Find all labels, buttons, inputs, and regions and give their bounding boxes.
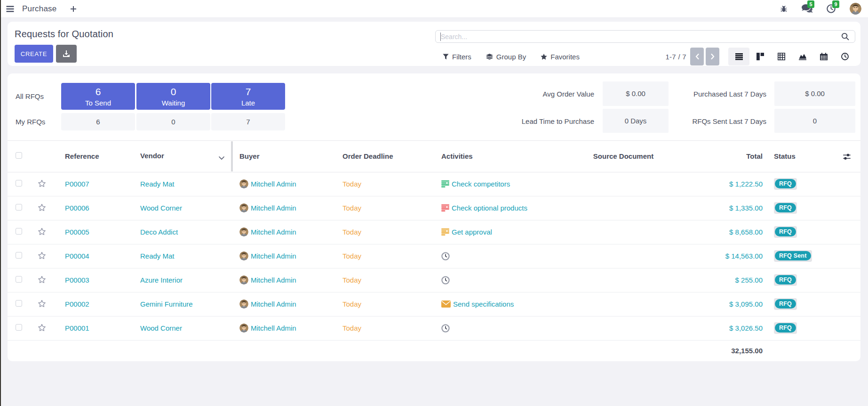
column-header-reference[interactable]: Reference xyxy=(63,141,138,172)
view-switch-pivot[interactable] xyxy=(771,48,792,65)
activity-list-icon[interactable] xyxy=(441,180,449,188)
cell-source-document xyxy=(536,268,710,292)
column-header-buyer[interactable]: Buyer xyxy=(238,141,341,172)
cell-order-deadline: Today xyxy=(341,292,439,316)
table-row[interactable]: P00001 Wood Corner Mitchell Admin Today … xyxy=(8,316,860,340)
table-footer-row: 32,155.00 xyxy=(8,340,860,361)
cell-order-deadline: Today xyxy=(341,172,439,196)
purchased-last-7-days: $ 0.00 xyxy=(774,81,855,106)
activities-clock-icon[interactable]: 9 xyxy=(827,4,836,13)
activity-list-icon[interactable] xyxy=(441,204,449,212)
new-tab-plus-icon[interactable] xyxy=(69,5,78,13)
table-row[interactable]: P00004 Ready Mat Mitchell Admin Today $ … xyxy=(8,244,860,268)
group-by-menu[interactable]: Group By xyxy=(486,53,526,61)
cell-total: $ 14,563.00 xyxy=(710,244,764,268)
row-checkbox[interactable] xyxy=(16,180,22,187)
table-row[interactable]: P00003 Azure Interior Mitchell Admin Tod… xyxy=(8,268,860,292)
activity-clock-icon[interactable] xyxy=(441,324,450,333)
apps-menu-icon[interactable] xyxy=(5,4,15,14)
favorite-star-icon[interactable] xyxy=(38,203,46,211)
pager-previous-button[interactable] xyxy=(690,48,704,65)
buyer-avatar xyxy=(239,252,248,260)
view-switch-list[interactable] xyxy=(728,48,749,65)
cell-activity: Send specifications xyxy=(453,300,514,308)
favorite-star-icon[interactable] xyxy=(38,179,46,187)
favorite-star-icon[interactable] xyxy=(38,300,46,308)
cell-vendor: Deco Addict xyxy=(138,220,238,244)
row-checkbox[interactable] xyxy=(16,204,22,211)
cell-total: $ 1,335.00 xyxy=(710,196,764,220)
search-caret xyxy=(440,32,441,41)
column-header-total[interactable]: Total xyxy=(710,141,764,172)
view-switch-graph[interactable] xyxy=(792,48,813,65)
table-row[interactable]: P00007 Ready Mat Mitchell Admin Today Ch… xyxy=(8,172,860,196)
kpi-my-late[interactable]: 7 xyxy=(211,113,285,130)
table-row[interactable]: P00005 Deco Addict Mitchell Admin Today … xyxy=(8,220,860,244)
kpi-my-to-send[interactable]: 6 xyxy=(61,113,135,130)
favorite-star-icon[interactable] xyxy=(38,324,46,332)
activities-count-badge: 9 xyxy=(832,0,839,8)
create-button[interactable]: CREATE xyxy=(15,45,53,63)
row-checkbox[interactable] xyxy=(16,324,22,331)
column-resize-handle[interactable] xyxy=(231,141,233,171)
pager-next-button[interactable] xyxy=(706,48,719,65)
activity-envelope-icon[interactable] xyxy=(441,300,451,308)
favorite-star-icon[interactable] xyxy=(38,276,46,284)
table-row[interactable]: P00002 Gemini Furniture Mitchell Admin T… xyxy=(8,292,860,316)
purchased-last-7-days-label: Purchased Last 7 Days xyxy=(644,90,766,98)
view-switch-activity[interactable] xyxy=(834,48,855,65)
page-title: Requests for Quotation xyxy=(15,29,113,40)
status-badge: RFQ xyxy=(774,322,797,334)
cell-buyer: Mitchell Admin xyxy=(251,252,296,260)
rfq-list-table: Reference Vendor Buyer Order Deadline Ac… xyxy=(8,141,860,361)
cell-source-document xyxy=(536,220,710,244)
app-name[interactable]: Purchase xyxy=(22,4,56,14)
cell-buyer: Mitchell Admin xyxy=(251,276,296,284)
filters-menu[interactable]: Filters xyxy=(443,53,471,61)
cell-reference: P00004 xyxy=(63,244,138,268)
activity-clock-icon[interactable] xyxy=(441,252,450,260)
column-header-order-deadline[interactable]: Order Deadline xyxy=(341,141,439,172)
star-icon xyxy=(541,54,547,60)
kpi-waiting[interactable]: 0 Waiting xyxy=(136,83,210,110)
status-badge: RFQ xyxy=(774,226,797,238)
row-checkbox[interactable] xyxy=(16,300,22,307)
favorite-star-icon[interactable] xyxy=(38,227,46,235)
search-input[interactable] xyxy=(441,33,841,41)
export-download-button[interactable] xyxy=(56,45,77,63)
kpi-to-send[interactable]: 6 To Send xyxy=(61,83,135,110)
cell-order-deadline: Today xyxy=(341,244,439,268)
messages-icon[interactable]: 5 xyxy=(802,4,812,13)
favorite-star-icon[interactable] xyxy=(38,252,46,260)
cell-vendor: Wood Corner xyxy=(138,316,238,340)
view-switch-calendar[interactable] xyxy=(813,48,834,65)
activity-clock-icon[interactable] xyxy=(441,276,450,284)
user-avatar[interactable] xyxy=(850,3,861,15)
row-checkbox[interactable] xyxy=(16,252,22,259)
table-row[interactable]: P00006 Wood Corner Mitchell Admin Today … xyxy=(8,196,860,220)
sort-descending-icon xyxy=(219,153,224,161)
row-checkbox[interactable] xyxy=(16,228,22,235)
optional-columns-button[interactable] xyxy=(833,141,860,172)
kpi-to-send-label: To Send xyxy=(61,98,135,108)
kpi-my-waiting[interactable]: 0 xyxy=(136,113,210,130)
activity-list-icon[interactable] xyxy=(441,228,449,236)
kpi-late-count: 7 xyxy=(211,86,285,97)
cell-vendor: Gemini Furniture xyxy=(138,292,238,316)
column-header-activities[interactable]: Activities xyxy=(439,141,536,172)
view-switch-kanban[interactable] xyxy=(749,48,771,65)
search-icon[interactable] xyxy=(841,32,849,41)
row-checkbox[interactable] xyxy=(16,276,22,283)
kpi-late[interactable]: 7 Late xyxy=(211,83,285,110)
status-badge: RFQ xyxy=(774,202,797,214)
debug-bug-icon[interactable] xyxy=(780,5,788,13)
cell-reference: P00007 xyxy=(63,172,138,196)
favorites-menu[interactable]: Favorites xyxy=(541,53,580,61)
search-box[interactable] xyxy=(435,30,855,43)
column-header-status[interactable]: Status xyxy=(764,141,833,172)
window-left-edge xyxy=(0,0,1,406)
select-all-checkbox[interactable] xyxy=(16,152,22,159)
buyer-avatar xyxy=(239,227,248,236)
column-header-vendor[interactable]: Vendor xyxy=(138,141,238,172)
column-header-source-document[interactable]: Source Document xyxy=(536,141,710,172)
